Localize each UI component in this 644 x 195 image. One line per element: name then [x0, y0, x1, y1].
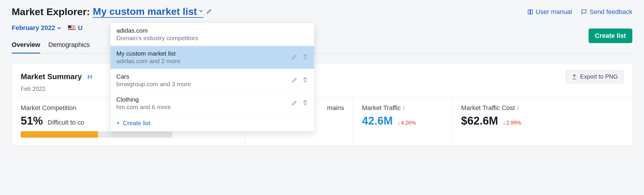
- delete-icon[interactable]: [302, 100, 308, 107]
- dropdown-create-list[interactable]: + Create list: [111, 115, 314, 131]
- dropdown-item-title: Cars: [116, 73, 291, 80]
- export-label: Export to PNG: [580, 73, 618, 80]
- metric-traffic-value: 42.6M: [362, 115, 393, 127]
- tab-demographics[interactable]: Demographics: [48, 41, 90, 53]
- export-to-png-button[interactable]: Export to PNG: [566, 70, 623, 83]
- dropdown-item-adidas[interactable]: adidas.com Domain's industry competitors: [111, 23, 314, 46]
- metric-traffic-label: Market Traffic: [362, 104, 401, 112]
- dropdown-item-cars[interactable]: Cars bmwgroup.com and 3 more: [111, 69, 314, 92]
- metric-traffic-delta: ↓ 4.26%: [398, 120, 416, 126]
- edit-icon[interactable]: [291, 54, 298, 61]
- dropdown-item-sub: adidas.com and 2 more: [116, 58, 291, 65]
- card-title: Market Summary: [21, 72, 82, 81]
- date-picker[interactable]: February 2022: [12, 24, 62, 32]
- metric-traffic-cost-label: Market Traffic Cost: [461, 104, 515, 112]
- edit-icon[interactable]: [291, 77, 298, 84]
- delete-icon[interactable]: [302, 54, 308, 61]
- dropdown-item-sub: Domain's industry competitors: [116, 35, 308, 42]
- metrics-row: Market Competition 51% Difficult to co m…: [12, 98, 632, 145]
- country-picker[interactable]: U: [68, 24, 83, 32]
- send-feedback-link[interactable]: Send feedback: [581, 8, 632, 16]
- tab-overview[interactable]: Overview: [12, 41, 40, 54]
- chevron-down-icon: [57, 26, 62, 30]
- header-right: User manual Send feedback: [527, 8, 633, 16]
- metric-traffic-cost-value: $62.6M: [461, 115, 498, 127]
- metric-traffic-cost: Market Traffic Cost i $62.6M ↓ 2.99%: [452, 98, 632, 145]
- filter-row: February 2022 U: [12, 24, 632, 32]
- card-subtitle: Feb 2022: [12, 86, 632, 98]
- competition-progress-bar: [21, 131, 172, 138]
- card-title-wrap: Market Summary H: [21, 72, 92, 81]
- metric-competition-desc: Difficult to co: [48, 119, 84, 126]
- plus-icon: +: [116, 120, 120, 127]
- date-label: February 2022: [12, 24, 55, 32]
- metric-domains-label-fragment: mains: [327, 104, 344, 112]
- card-header: Market Summary H Export to PNG: [12, 63, 632, 86]
- dropdown-item-title: Clothing: [116, 96, 291, 103]
- dropdown-create-label: Create list: [123, 120, 150, 127]
- dropdown-item-sub: bmwgroup.com and 3 more: [116, 81, 291, 88]
- delete-icon[interactable]: [302, 77, 308, 84]
- market-list-label: My custom market list: [93, 6, 197, 17]
- metric-traffic: Market Traffic i 42.6M ↓ 4.26%: [353, 98, 452, 145]
- dropdown-item-clothing[interactable]: Clothing hm.com and 6 more: [111, 92, 314, 115]
- us-flag-icon: [68, 25, 76, 31]
- page-header: Market Explorer: My custom market list U…: [12, 6, 632, 18]
- dropdown-item-sub: hm.com and 6 more: [116, 104, 291, 111]
- header-left: Market Explorer: My custom market list: [12, 6, 213, 18]
- dropdown-item-title: My custom market list: [116, 50, 291, 57]
- send-feedback-label: Send feedback: [589, 8, 632, 16]
- market-summary-card: Market Summary H Export to PNG Feb 2022 …: [12, 63, 632, 146]
- card-header-partial[interactable]: H: [88, 73, 92, 81]
- edit-icon[interactable]: [291, 100, 298, 107]
- arrow-down-icon: ↓: [398, 120, 400, 126]
- dropdown-item-title: adidas.com: [116, 27, 308, 34]
- upload-icon: [571, 74, 577, 80]
- market-list-dropdown-trigger[interactable]: My custom market list: [93, 6, 203, 18]
- arrow-down-icon: ↓: [503, 120, 505, 126]
- tabs: Overview Demographics: [12, 41, 632, 54]
- competition-progress-fill: [21, 131, 98, 138]
- info-icon[interactable]: i: [403, 104, 405, 112]
- user-manual-link[interactable]: User manual: [527, 8, 572, 16]
- page-title: Market Explorer:: [12, 6, 90, 17]
- market-list-dropdown: adidas.com Domain's industry competitors…: [110, 23, 314, 132]
- metric-traffic-cost-delta: ↓ 2.99%: [503, 120, 521, 126]
- country-label: U: [78, 24, 83, 32]
- info-icon[interactable]: i: [517, 104, 519, 112]
- edit-market-list-icon[interactable]: [206, 8, 213, 16]
- dropdown-item-my-custom[interactable]: My custom market list adidas.com and 2 m…: [111, 46, 314, 69]
- metric-competition-value: 51%: [21, 115, 43, 127]
- user-manual-label: User manual: [536, 8, 572, 16]
- chevron-down-icon: [199, 8, 203, 15]
- create-list-button[interactable]: Create list: [589, 29, 632, 43]
